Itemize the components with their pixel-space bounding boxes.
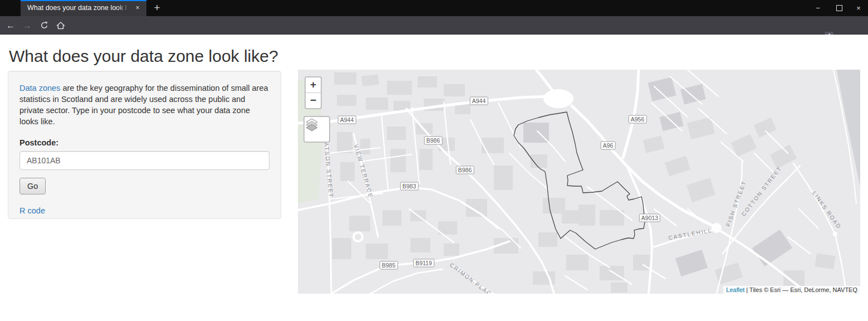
reload-button[interactable]: [37, 18, 51, 32]
postcode-label: Postcode:: [19, 138, 269, 147]
map-canvas[interactable]: A944A944B986B986B983A956A96A9013B985B911…: [298, 70, 860, 294]
map-tiles: [298, 70, 860, 294]
page-title: What does your data zone look like?: [9, 47, 868, 66]
intro-panel: Data zones are the key geography for the…: [8, 71, 281, 219]
home-button[interactable]: [53, 18, 68, 32]
window-minimize-button[interactable]: −: [812, 3, 823, 14]
postcode-input[interactable]: [19, 151, 269, 170]
tab-title: What does your data zone look like?: [27, 4, 126, 13]
zoom-control: + −: [305, 76, 322, 109]
data-zones-link[interactable]: Data zones: [19, 84, 60, 93]
r-code-link[interactable]: R code: [19, 206, 45, 215]
browser-tab[interactable]: What does your data zone look like? ×: [21, 0, 146, 16]
leaflet-link[interactable]: Leaflet: [726, 286, 744, 293]
home-icon: [56, 21, 65, 30]
browser-titlebar: What does your data zone look like? × + …: [0, 0, 868, 16]
window-maximize-button[interactable]: [833, 3, 845, 14]
layers-button[interactable]: [303, 116, 330, 143]
attribution-text: | Tiles © Esri — Esri, DeLorme, NAVTEQ: [744, 286, 857, 293]
tab-title-fade: [116, 1, 131, 16]
go-button[interactable]: Go: [19, 178, 46, 194]
maximize-icon: [836, 5, 842, 11]
page-content: What does your data zone look like? Data…: [0, 35, 868, 321]
forward-button[interactable]: →: [20, 18, 35, 32]
reload-icon: [40, 21, 48, 30]
new-tab-button[interactable]: +: [151, 2, 163, 14]
intro-paragraph: Data zones are the key geography for the…: [19, 82, 269, 127]
tab-close-icon[interactable]: ×: [133, 3, 142, 12]
browser-navbar: ← → https://scotland.shinyapps.io/plot_d…: [0, 16, 868, 35]
back-button[interactable]: ←: [3, 18, 18, 32]
zoom-out-button[interactable]: −: [306, 93, 321, 108]
zoom-in-button[interactable]: +: [306, 77, 321, 93]
layers-icon: [305, 117, 319, 132]
map-attribution: Leaflet | Tiles © Esri — Esri, DeLorme, …: [723, 286, 860, 294]
window-close-button[interactable]: ×: [853, 3, 864, 14]
